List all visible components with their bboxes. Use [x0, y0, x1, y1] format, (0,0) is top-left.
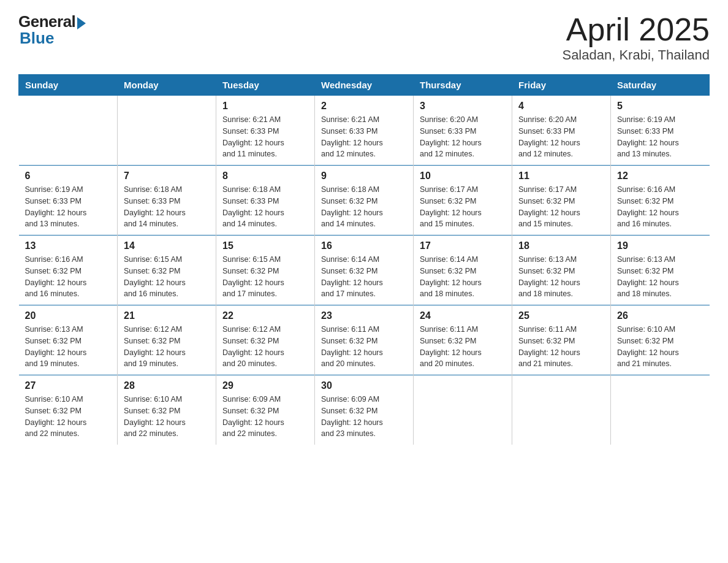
day-detail: Sunrise: 6:12 AM Sunset: 6:32 PM Dayligh… [124, 324, 210, 370]
day-number: 1 [222, 101, 308, 112]
day-detail: Sunrise: 6:15 AM Sunset: 6:32 PM Dayligh… [222, 254, 308, 300]
day-number: 24 [420, 310, 506, 321]
day-detail: Sunrise: 6:18 AM Sunset: 6:33 PM Dayligh… [222, 184, 308, 230]
calendar-cell: 18Sunrise: 6:13 AM Sunset: 6:32 PM Dayli… [512, 236, 611, 305]
calendar-cell [611, 375, 710, 445]
logo-arrow-icon [77, 17, 86, 29]
day-number: 5 [617, 101, 703, 112]
day-number: 12 [617, 170, 703, 182]
calendar-cell: 29Sunrise: 6:09 AM Sunset: 6:32 PM Dayli… [216, 375, 315, 445]
day-number: 19 [617, 240, 703, 251]
day-detail: Sunrise: 6:17 AM Sunset: 6:32 PM Dayligh… [518, 184, 604, 230]
calendar-table: Sunday Monday Tuesday Wednesday Thursday… [18, 74, 710, 445]
calendar-cell: 7Sunrise: 6:18 AM Sunset: 6:33 PM Daylig… [118, 166, 216, 236]
day-number: 11 [518, 170, 604, 182]
calendar-cell: 21Sunrise: 6:12 AM Sunset: 6:32 PM Dayli… [118, 305, 216, 375]
calendar-title: April 2025 [562, 12, 710, 47]
calendar-subtitle: Saladan, Krabi, Thailand [562, 47, 710, 63]
logo: General Blue [18, 12, 86, 48]
calendar-cell: 13Sunrise: 6:16 AM Sunset: 6:32 PM Dayli… [19, 236, 118, 305]
day-detail: Sunrise: 6:12 AM Sunset: 6:32 PM Dayligh… [222, 324, 308, 370]
day-detail: Sunrise: 6:19 AM Sunset: 6:33 PM Dayligh… [617, 114, 703, 160]
calendar-cell [512, 375, 611, 445]
day-detail: Sunrise: 6:13 AM Sunset: 6:32 PM Dayligh… [25, 324, 112, 370]
calendar-cell: 19Sunrise: 6:13 AM Sunset: 6:32 PM Dayli… [611, 236, 710, 305]
day-number: 21 [124, 310, 210, 321]
day-number: 4 [518, 101, 604, 112]
header-thursday: Thursday [414, 75, 512, 96]
day-detail: Sunrise: 6:15 AM Sunset: 6:32 PM Dayligh… [124, 254, 210, 300]
day-number: 30 [321, 380, 407, 391]
day-number: 3 [420, 101, 506, 112]
calendar-cell: 5Sunrise: 6:19 AM Sunset: 6:33 PM Daylig… [611, 96, 710, 166]
day-detail: Sunrise: 6:20 AM Sunset: 6:33 PM Dayligh… [518, 114, 604, 160]
day-number: 29 [222, 380, 308, 391]
header-monday: Monday [118, 75, 216, 96]
header-wednesday: Wednesday [315, 75, 414, 96]
logo-blue-text: Blue [20, 29, 54, 48]
calendar-week-row: 20Sunrise: 6:13 AM Sunset: 6:32 PM Dayli… [19, 305, 710, 375]
day-number: 23 [321, 310, 407, 321]
calendar-cell: 14Sunrise: 6:15 AM Sunset: 6:32 PM Dayli… [118, 236, 216, 305]
day-detail: Sunrise: 6:13 AM Sunset: 6:32 PM Dayligh… [617, 254, 703, 300]
calendar-title-block: April 2025 Saladan, Krabi, Thailand [562, 12, 710, 63]
header-friday: Friday [512, 75, 611, 96]
day-detail: Sunrise: 6:10 AM Sunset: 6:32 PM Dayligh… [25, 394, 112, 440]
calendar-body: 1Sunrise: 6:21 AM Sunset: 6:33 PM Daylig… [19, 96, 710, 445]
calendar-cell: 25Sunrise: 6:11 AM Sunset: 6:32 PM Dayli… [512, 305, 611, 375]
day-number: 7 [124, 170, 210, 182]
day-number: 8 [222, 170, 308, 182]
day-detail: Sunrise: 6:14 AM Sunset: 6:32 PM Dayligh… [321, 254, 407, 300]
calendar-cell: 30Sunrise: 6:09 AM Sunset: 6:32 PM Dayli… [315, 375, 414, 445]
day-detail: Sunrise: 6:17 AM Sunset: 6:32 PM Dayligh… [420, 184, 506, 230]
day-detail: Sunrise: 6:21 AM Sunset: 6:33 PM Dayligh… [321, 114, 407, 160]
calendar-cell: 2Sunrise: 6:21 AM Sunset: 6:33 PM Daylig… [315, 96, 414, 166]
calendar-cell [19, 96, 118, 166]
day-detail: Sunrise: 6:20 AM Sunset: 6:33 PM Dayligh… [420, 114, 506, 160]
day-number: 28 [124, 380, 210, 391]
day-number: 18 [518, 240, 604, 251]
day-detail: Sunrise: 6:11 AM Sunset: 6:32 PM Dayligh… [321, 324, 407, 370]
day-detail: Sunrise: 6:14 AM Sunset: 6:32 PM Dayligh… [420, 254, 506, 300]
header-saturday: Saturday [611, 75, 710, 96]
calendar-cell [118, 96, 216, 166]
day-number: 22 [222, 310, 308, 321]
calendar-cell: 16Sunrise: 6:14 AM Sunset: 6:32 PM Dayli… [315, 236, 414, 305]
calendar-week-row: 13Sunrise: 6:16 AM Sunset: 6:32 PM Dayli… [19, 236, 710, 305]
calendar-cell: 12Sunrise: 6:16 AM Sunset: 6:32 PM Dayli… [611, 166, 710, 236]
calendar-cell: 17Sunrise: 6:14 AM Sunset: 6:32 PM Dayli… [414, 236, 512, 305]
calendar-cell: 22Sunrise: 6:12 AM Sunset: 6:32 PM Dayli… [216, 305, 315, 375]
day-number: 13 [25, 240, 112, 251]
calendar-cell: 11Sunrise: 6:17 AM Sunset: 6:32 PM Dayli… [512, 166, 611, 236]
calendar-cell: 15Sunrise: 6:15 AM Sunset: 6:32 PM Dayli… [216, 236, 315, 305]
day-detail: Sunrise: 6:18 AM Sunset: 6:32 PM Dayligh… [321, 184, 407, 230]
day-detail: Sunrise: 6:10 AM Sunset: 6:32 PM Dayligh… [124, 394, 210, 440]
calendar-week-row: 1Sunrise: 6:21 AM Sunset: 6:33 PM Daylig… [19, 96, 710, 166]
calendar-cell: 26Sunrise: 6:10 AM Sunset: 6:32 PM Dayli… [611, 305, 710, 375]
day-detail: Sunrise: 6:13 AM Sunset: 6:32 PM Dayligh… [518, 254, 604, 300]
day-number: 26 [617, 310, 703, 321]
day-number: 6 [25, 170, 112, 182]
day-number: 16 [321, 240, 407, 251]
day-detail: Sunrise: 6:09 AM Sunset: 6:32 PM Dayligh… [222, 394, 308, 440]
calendar-cell: 28Sunrise: 6:10 AM Sunset: 6:32 PM Dayli… [118, 375, 216, 445]
day-detail: Sunrise: 6:18 AM Sunset: 6:33 PM Dayligh… [124, 184, 210, 230]
day-detail: Sunrise: 6:21 AM Sunset: 6:33 PM Dayligh… [222, 114, 308, 160]
day-detail: Sunrise: 6:11 AM Sunset: 6:32 PM Dayligh… [518, 324, 604, 370]
calendar-cell: 24Sunrise: 6:11 AM Sunset: 6:32 PM Dayli… [414, 305, 512, 375]
page-header: General Blue April 2025 Saladan, Krabi, … [18, 12, 710, 63]
day-number: 15 [222, 240, 308, 251]
calendar-cell: 6Sunrise: 6:19 AM Sunset: 6:33 PM Daylig… [19, 166, 118, 236]
day-number: 10 [420, 170, 506, 182]
day-detail: Sunrise: 6:10 AM Sunset: 6:32 PM Dayligh… [617, 324, 703, 370]
calendar-week-row: 6Sunrise: 6:19 AM Sunset: 6:33 PM Daylig… [19, 166, 710, 236]
day-detail: Sunrise: 6:09 AM Sunset: 6:32 PM Dayligh… [321, 394, 407, 440]
calendar-cell: 27Sunrise: 6:10 AM Sunset: 6:32 PM Dayli… [19, 375, 118, 445]
calendar-cell: 8Sunrise: 6:18 AM Sunset: 6:33 PM Daylig… [216, 166, 315, 236]
header-row: Sunday Monday Tuesday Wednesday Thursday… [19, 75, 710, 96]
calendar-header: Sunday Monday Tuesday Wednesday Thursday… [19, 75, 710, 96]
day-detail: Sunrise: 6:16 AM Sunset: 6:32 PM Dayligh… [25, 254, 112, 300]
header-tuesday: Tuesday [216, 75, 315, 96]
day-number: 14 [124, 240, 210, 251]
calendar-cell: 20Sunrise: 6:13 AM Sunset: 6:32 PM Dayli… [19, 305, 118, 375]
